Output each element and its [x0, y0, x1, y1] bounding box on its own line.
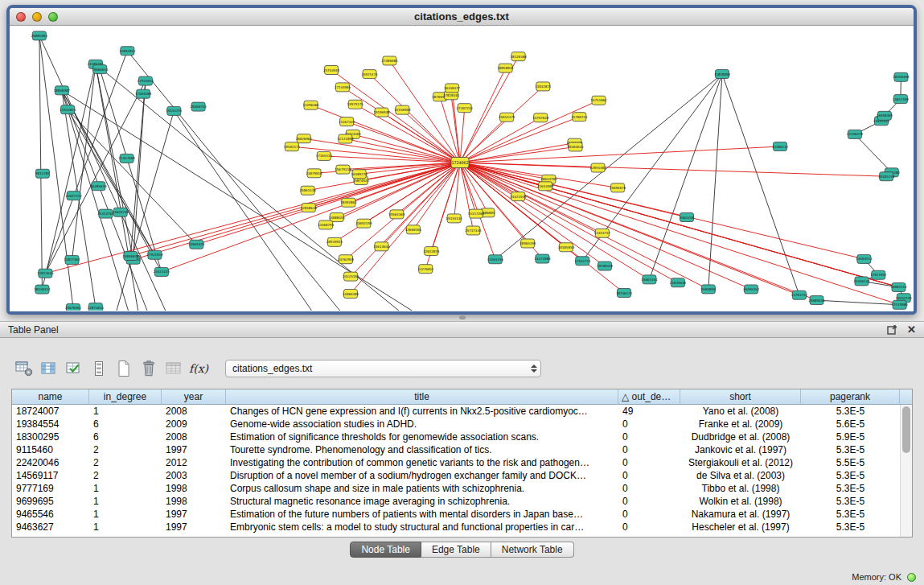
- network-node[interactable]: 19666634: [92, 65, 109, 74]
- network-node[interactable]: 19561369: [388, 210, 405, 219]
- network-node[interactable]: 25689456: [808, 296, 825, 305]
- edit-table-icon[interactable]: [63, 358, 85, 379]
- tab-node-table[interactable]: Node Table: [350, 542, 421, 558]
- vertical-scrollbar[interactable]: [900, 405, 912, 537]
- network-node[interactable]: 23079016: [306, 169, 322, 178]
- network-node[interactable]: 25696670: [610, 183, 626, 192]
- network-graph[interactable]: 1193287415278242213576091750458821185181…: [10, 26, 914, 311]
- table-row[interactable]: 946554611997Estimation of the future num…: [12, 508, 912, 521]
- network-node[interactable]: 24325183: [343, 272, 359, 281]
- network-node[interactable]: 22022870: [423, 247, 440, 256]
- network-node[interactable]: 16958469: [877, 111, 893, 120]
- network-node[interactable]: 20266753: [191, 102, 207, 111]
- table-row[interactable]: 1872400712008Changes of HCN gene express…: [12, 405, 912, 418]
- table-row[interactable]: 1456911722003Disruption of a novel membe…: [12, 469, 912, 482]
- network-node[interactable]: 14847109: [893, 95, 910, 104]
- network-node[interactable]: 12486112: [772, 142, 789, 151]
- column-header-in_degree[interactable]: in_degree: [89, 389, 162, 404]
- table-row[interactable]: 1830029562008Estimation of significance …: [12, 431, 912, 443]
- table-row[interactable]: 2242004622012Investigating the contribut…: [12, 456, 912, 469]
- column-header-short[interactable]: short: [680, 389, 801, 404]
- network-node[interactable]: 25737335: [465, 226, 482, 235]
- network-node[interactable]: 21653909: [537, 182, 554, 191]
- table-select-dropdown[interactable]: citations_edges.txt: [225, 360, 541, 377]
- network-node[interactable]: 27941910: [146, 250, 163, 259]
- network-node[interactable]: 17165415: [316, 151, 333, 160]
- network-node[interactable]: 10058031: [498, 64, 515, 72]
- network-node[interactable]: 18965199: [519, 239, 536, 248]
- network-node[interactable]: 14066389: [343, 290, 359, 299]
- network-node[interactable]: 11783752: [791, 290, 808, 299]
- network-node[interactable]: 10736174: [616, 289, 633, 298]
- network-node[interactable]: 21626746: [113, 208, 129, 216]
- network-node[interactable]: 18185720: [878, 172, 895, 181]
- new-file-icon[interactable]: [113, 358, 135, 379]
- network-node[interactable]: 12827462: [64, 255, 80, 264]
- network-node[interactable]: 15661454: [641, 275, 658, 284]
- network-node[interactable]: 22871844: [88, 303, 105, 311]
- column-header-pagerank[interactable]: pagerank: [801, 389, 900, 404]
- network-node[interactable]: 13468794: [318, 220, 335, 229]
- network-node[interactable]: 25753949: [323, 66, 340, 75]
- network-node[interactable]: 22697312: [66, 192, 83, 200]
- table-row[interactable]: 977716911998Corpus callosum shape and si…: [12, 482, 912, 495]
- network-node[interactable]: 9362318: [680, 213, 694, 222]
- close-window-icon[interactable]: [16, 12, 26, 22]
- network-node[interactable]: 14353757: [594, 229, 611, 237]
- network-node[interactable]: 17504588: [135, 89, 152, 98]
- network-node[interactable]: 19196948: [373, 108, 390, 117]
- network-node[interactable]: 19155134: [446, 214, 463, 223]
- network-node[interactable]: 18120368: [511, 52, 528, 61]
- network-node[interactable]: 9811782: [35, 169, 50, 178]
- network-node[interactable]: 27486684: [381, 56, 398, 65]
- network-node[interactable]: 11818090: [714, 70, 731, 79]
- function-builder-button[interactable]: f(x): [187, 358, 210, 379]
- network-node[interactable]: 16285630: [90, 182, 107, 191]
- splitter-handle[interactable]: [459, 315, 466, 319]
- network-node[interactable]: 25061418: [300, 186, 317, 195]
- import-table-icon[interactable]: [162, 358, 185, 379]
- network-node[interactable]: 10304633: [567, 142, 584, 151]
- network-node[interactable]: 19154755: [166, 106, 183, 115]
- network-node[interactable]: 21357609: [119, 154, 136, 163]
- network-node[interactable]: 24421550: [510, 192, 527, 201]
- network-node[interactable]: 18430314: [34, 285, 51, 294]
- network-node[interactable]: 15614633: [373, 242, 390, 251]
- network-node[interactable]: 24346278: [847, 130, 864, 138]
- network-node[interactable]: 11023645: [37, 269, 54, 278]
- table-settings-icon[interactable]: [13, 358, 35, 379]
- network-node[interactable]: 20939913: [326, 237, 343, 246]
- network-node[interactable]: 23692199: [355, 219, 372, 228]
- network-node[interactable]: 26885003: [31, 31, 48, 40]
- network-node[interactable]: 1724062: [451, 158, 469, 168]
- network-node[interactable]: 10002114: [890, 282, 907, 291]
- network-node[interactable]: 25523225: [154, 267, 170, 276]
- rows-icon[interactable]: [88, 358, 110, 379]
- network-node[interactable]: 25975174: [361, 70, 378, 79]
- network-node[interactable]: 21839648: [670, 278, 687, 287]
- network-node[interactable]: 19979175: [347, 100, 364, 109]
- network-node[interactable]: 19502171: [284, 142, 301, 151]
- network-node[interactable]: 9505896: [701, 285, 716, 294]
- network-node[interactable]: 12660165: [405, 225, 422, 234]
- network-node[interactable]: 14797628: [532, 113, 549, 122]
- table-row[interactable]: 946362711997Embryonic stem cells: a mode…: [12, 521, 912, 534]
- network-node[interactable]: 22055401: [589, 163, 606, 172]
- network-node[interactable]: 26395452: [743, 285, 760, 294]
- network-node[interactable]: 15679110: [335, 165, 351, 174]
- column-header-out_degree[interactable]: △ out_de…: [618, 389, 680, 404]
- network-node[interactable]: 27307233: [457, 104, 474, 113]
- network-node[interactable]: 11932874: [60, 105, 76, 114]
- network-node[interactable]: 25676561: [65, 303, 82, 311]
- network-node[interactable]: 16589770: [351, 170, 368, 179]
- network-node[interactable]: 22665429: [188, 240, 205, 249]
- network-node[interactable]: 12058648: [301, 204, 318, 212]
- network-node[interactable]: 12892052: [119, 47, 136, 56]
- tab-network-table[interactable]: Network Table: [491, 542, 574, 558]
- network-node[interactable]: 10700318: [597, 262, 614, 270]
- window-titlebar[interactable]: citations_edges.txt: [10, 8, 914, 26]
- table-row[interactable]: 969969511998Structural magnetic resonanc…: [12, 495, 912, 508]
- minimize-window-icon[interactable]: [32, 12, 42, 22]
- network-node[interactable]: 15700723: [571, 113, 588, 122]
- network-node[interactable]: 25654379: [499, 113, 515, 122]
